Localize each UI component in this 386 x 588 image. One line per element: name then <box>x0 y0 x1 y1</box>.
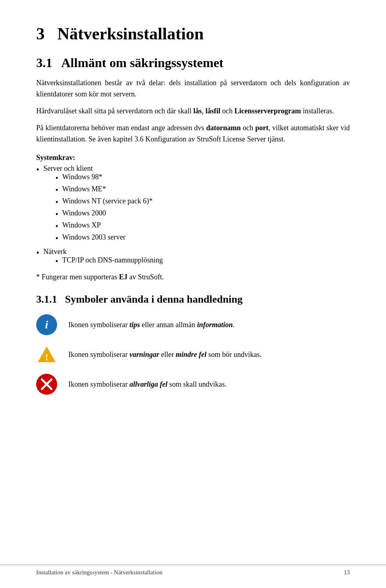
info-icon-row: i Ikonen symboliserar tips eller annan a… <box>36 314 350 335</box>
bullet-inner: • <box>55 184 58 196</box>
error-icon-row: Ikonen symboliserar allvarliga fel som s… <box>36 374 350 395</box>
footer: Installation av säkringssystem - Nätverk… <box>0 565 386 576</box>
bullet-outer-natverk: • <box>36 247 39 259</box>
warning-icon-text: Ikonen symboliserar varningar eller mind… <box>68 349 261 361</box>
section-body-1: Nätverksinstallationen består av två del… <box>36 78 350 100</box>
list-item-natverk: • Nätverk • TCP/IP och DNS-namnupplösnin… <box>36 248 350 269</box>
bullet-outer-server: • <box>36 164 39 176</box>
chapter-title: 3 Nätverksinstallation <box>36 24 350 43</box>
footnote: * Fungerar men supporteras EJ av StruSof… <box>36 273 350 281</box>
page: 3 Nätverksinstallation 3.1 Allmänt om sä… <box>0 0 386 588</box>
info-icon: i <box>36 314 57 335</box>
natverk-label: Nätverk <box>43 248 67 256</box>
systemkrav-section: Systemkrav: • Server och klient • Window… <box>36 154 350 281</box>
list-item: • TCP/IP och DNS-namnupplösning <box>43 256 163 267</box>
info-icon-text: Ikonen symboliserar tips eller annan all… <box>68 320 234 331</box>
windows-list: • Windows 98* • Windows ME* • Windows NT… <box>43 173 153 244</box>
natverk-list: • TCP/IP och DNS-namnupplösning <box>43 256 163 267</box>
systemkrav-title: Systemkrav: <box>36 154 350 162</box>
warning-icon: ! <box>36 344 57 365</box>
list-item: • Windows XP <box>43 221 153 232</box>
list-item: • Windows 2000 <box>43 209 153 220</box>
list-item: • Windows ME* <box>43 185 153 196</box>
list-item: • Windows 2003 server <box>43 233 153 244</box>
section-body-2: Hårdvarulåset skall sitta på serverdator… <box>36 106 350 117</box>
outer-list: • Server och klient • Windows 98* • Wind… <box>36 164 350 269</box>
bullet-inner: • <box>55 221 58 232</box>
list-item: • Windows NT (service pack 6)* <box>43 197 153 208</box>
server-group: Server och klient • Windows 98* • Window… <box>43 164 153 246</box>
subsection-title: 3.1.1 Symboler använda i denna handledni… <box>36 293 350 305</box>
bullet-inner: • <box>55 256 58 267</box>
list-item-server: • Server och klient • Windows 98* • Wind… <box>36 164 350 246</box>
footer-text: Installation av säkringssystem - Nätverk… <box>36 569 162 576</box>
warning-icon-row: ! Ikonen symboliserar varningar eller mi… <box>36 344 350 365</box>
error-icon <box>36 374 57 395</box>
footer-inner: Installation av säkringssystem - Nätverk… <box>0 569 386 576</box>
svg-text:!: ! <box>45 352 48 363</box>
bullet-inner: • <box>55 209 58 220</box>
section-title: 3.1 Allmänt om säkringssystemet <box>36 55 350 70</box>
bullet-inner: • <box>55 172 58 184</box>
bullet-inner: • <box>55 233 58 244</box>
list-item: • Windows 98* <box>43 173 153 184</box>
bullet-inner: • <box>55 197 58 208</box>
section-body-3: På klientdatorerna behöver man endast an… <box>36 123 350 145</box>
error-icon-text: Ikonen symboliserar allvarliga fel som s… <box>68 379 226 390</box>
natverk-group: Nätverk • TCP/IP och DNS-namnupplösning <box>43 248 163 269</box>
server-och-klient-label: Server och klient <box>43 164 93 172</box>
footer-page-number: 13 <box>344 569 350 576</box>
